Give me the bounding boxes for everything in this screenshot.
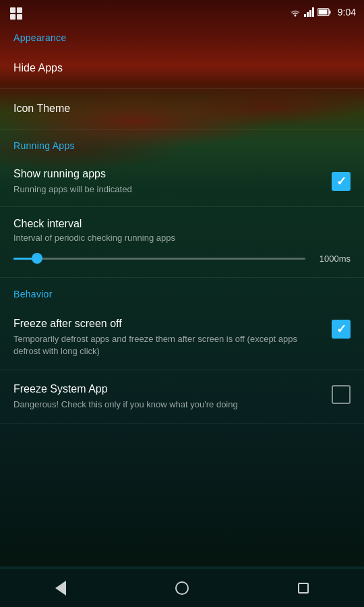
hide-apps-title: Hide Apps bbox=[13, 61, 340, 76]
navigation-bar bbox=[0, 569, 364, 607]
svg-rect-10 bbox=[318, 10, 327, 15]
svg-rect-5 bbox=[307, 12, 309, 17]
back-icon bbox=[55, 581, 66, 596]
freeze-after-screen-off-checkbox[interactable]: ✓ bbox=[332, 320, 351, 339]
check-interval-value: 1000ms bbox=[313, 254, 351, 264]
battery-icon bbox=[317, 8, 331, 16]
svg-rect-6 bbox=[309, 10, 311, 17]
check-interval-subtitle: Interval of periodic checking running ap… bbox=[13, 233, 351, 243]
back-button[interactable] bbox=[44, 571, 78, 605]
recent-button[interactable] bbox=[286, 571, 320, 605]
freeze-after-screen-off-subtitle: Temporarily defrost apps and freeze them… bbox=[13, 333, 321, 357]
status-bar: 9:04 bbox=[0, 0, 364, 22]
show-running-apps-checkbox[interactable]: ✓ bbox=[332, 172, 351, 191]
show-running-apps-subtitle: Running apps will be indicated bbox=[13, 183, 321, 196]
behavior-section-header: Behavior bbox=[0, 278, 364, 305]
svg-rect-9 bbox=[329, 11, 330, 14]
freeze-system-app-checkbox[interactable] bbox=[332, 385, 351, 404]
svg-rect-4 bbox=[304, 14, 306, 17]
freeze-system-app-title: Freeze System App bbox=[13, 382, 321, 397]
show-running-apps-title: Show running apps bbox=[13, 167, 321, 181]
signal-icon bbox=[304, 7, 315, 17]
check-interval-title: Check interval bbox=[13, 218, 351, 230]
show-running-apps-row[interactable]: Show running apps Running apps will be i… bbox=[0, 156, 364, 207]
running-apps-section-header: Running Apps bbox=[0, 129, 364, 156]
recent-icon bbox=[298, 583, 309, 594]
hide-apps-row[interactable]: Hide Apps bbox=[0, 49, 364, 89]
home-button[interactable] bbox=[165, 571, 199, 605]
home-icon bbox=[175, 581, 189, 595]
freeze-after-screen-off-row[interactable]: Freeze after screen off Temporarily defr… bbox=[0, 305, 364, 370]
wifi-icon bbox=[289, 7, 301, 17]
freeze-system-app-row[interactable]: Freeze System App Dangerous! Check this … bbox=[0, 370, 364, 424]
appearance-section-header: Appearance bbox=[0, 22, 364, 49]
icon-theme-title: Icon Theme bbox=[13, 102, 340, 116]
icon-theme-row[interactable]: Icon Theme bbox=[0, 89, 364, 129]
check-interval-slider[interactable] bbox=[13, 258, 305, 260]
check-interval-row[interactable]: Check interval Interval of periodic chec… bbox=[0, 207, 364, 278]
svg-rect-7 bbox=[312, 7, 314, 17]
freeze-system-app-subtitle: Dangerous! Check this only if you know w… bbox=[13, 399, 321, 411]
status-time: 9:04 bbox=[338, 7, 356, 18]
freeze-after-screen-off-title: Freeze after screen off bbox=[13, 317, 321, 331]
